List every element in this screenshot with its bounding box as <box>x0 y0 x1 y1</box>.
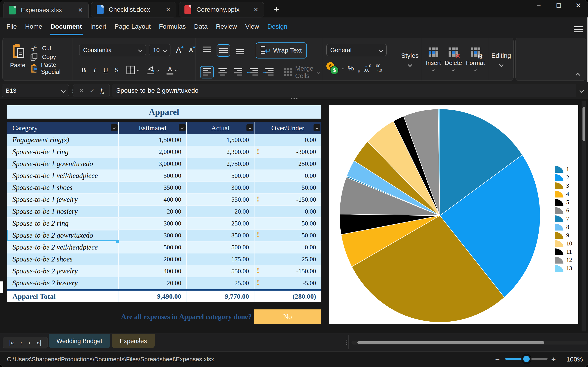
previous-sheet-icon[interactable]: ‹ <box>20 339 22 346</box>
legend-item-3[interactable]: 3 <box>555 181 572 189</box>
cell-category[interactable]: Spouse-to-be 1 ring <box>7 146 118 158</box>
cell-category[interactable]: Spouse-to-be 2 hosiery <box>7 277 118 289</box>
align-bottom-button[interactable] <box>233 44 247 57</box>
collapse-ribbon-icon[interactable] <box>576 73 580 77</box>
cell-estimated[interactable]: 1,500.00 <box>118 134 186 146</box>
cell-estimated[interactable]: 500.00 <box>118 170 186 181</box>
percent-format-button[interactable]: % <box>348 64 354 72</box>
cell-category[interactable]: Spouse-to-be 1 shoes <box>7 182 118 193</box>
fill-color-button[interactable] <box>144 63 162 77</box>
add-sheet-button[interactable]: + <box>137 335 142 345</box>
menu-item-data[interactable]: Data <box>194 23 208 33</box>
cell-over-under[interactable]: 0.00 <box>254 134 321 146</box>
cell-over-under[interactable]: 250.00 <box>254 158 321 169</box>
minimize-icon[interactable]: − <box>533 1 544 9</box>
cell-category[interactable]: Spouse-to-be 2 jewelry <box>7 265 118 277</box>
align-left-button[interactable] <box>200 66 214 78</box>
sheet-tab-wedding-budget[interactable]: Wedding Budget <box>49 334 110 348</box>
increase-indent-button[interactable]: → <box>262 66 276 78</box>
menu-item-formulas[interactable]: Formulas <box>159 23 186 33</box>
close-icon[interactable]: ✕ <box>166 6 171 13</box>
document-tab-ceremony-pptx[interactable]: Ceremony.pptx✕ <box>179 2 264 17</box>
align-middle-button[interactable] <box>216 44 230 57</box>
total-estimated[interactable]: 9,490.00 <box>118 291 186 302</box>
legend-item-5[interactable]: 5 <box>555 198 572 206</box>
cell-estimated[interactable]: 2,000.00 <box>118 146 186 158</box>
sheetbar-splitter-handle[interactable] <box>346 340 347 345</box>
wrap-text-button[interactable]: ↵ Wrap Text <box>256 42 307 58</box>
cell-reference-box[interactable]: B13 <box>2 84 69 97</box>
cell-over-under[interactable]: 25.00 <box>254 253 321 265</box>
decrease-font-size-button[interactable]: A <box>187 47 195 54</box>
copy-button[interactable]: Copy <box>30 52 73 61</box>
horizontal-scrollbar-thumb[interactable] <box>357 341 544 344</box>
cell-category[interactable]: Spouse-to-be 2 veil/headpiece <box>7 242 118 253</box>
zoom-in-button[interactable]: + <box>551 355 556 364</box>
confirm-formula-icon[interactable]: ✓ <box>90 87 95 94</box>
hamburger-menu-icon[interactable] <box>574 25 583 34</box>
cell-category[interactable]: Spouse-to-be 2 shoes <box>7 253 118 265</box>
cell-estimated[interactable]: 350.00 <box>118 182 186 193</box>
close-icon[interactable]: ✕ <box>253 6 258 13</box>
cell-over-under[interactable]: 0.00 <box>254 206 321 217</box>
align-top-button[interactable] <box>200 44 214 57</box>
menu-item-insert[interactable]: Insert <box>90 23 106 33</box>
cell-category[interactable]: Engagement ring(s) <box>7 134 118 146</box>
cell-estimated[interactable]: 500.00 <box>118 242 186 253</box>
format-cells-button[interactable]: ⚙ Format <box>466 48 485 71</box>
legend-item-8[interactable]: 8 <box>555 222 572 231</box>
cell-category[interactable]: Spouse-to-be 2 gown/tuxedo <box>7 230 118 241</box>
styles-group[interactable]: Styles <box>398 38 422 81</box>
insert-function-icon[interactable]: fx <box>100 86 104 95</box>
currency-format-icon[interactable]: €$ <box>326 62 338 74</box>
new-document-button[interactable]: + <box>274 4 279 15</box>
paste-special-button[interactable]: Paste Special <box>30 61 73 75</box>
total-over-under[interactable]: (280.00) <box>254 291 321 302</box>
cell-actual[interactable]: 500.00 <box>186 170 254 181</box>
cell-actual[interactable]: 500.00 <box>186 242 254 253</box>
cell-over-under[interactable]: 50.00 <box>254 218 321 229</box>
underline-button[interactable]: U <box>101 65 110 75</box>
cell-over-under[interactable]: !-150.00 <box>254 194 321 205</box>
merge-cells-button[interactable]: Merge Cells <box>281 63 322 82</box>
cell-estimated[interactable]: 20.00 <box>118 277 186 289</box>
cell-estimated[interactable]: 400.00 <box>118 194 186 205</box>
maximize-icon[interactable]: □ <box>553 1 564 9</box>
next-sheet-icon[interactable]: › <box>28 339 30 346</box>
font-family-select[interactable]: Constantia <box>79 44 146 56</box>
cell-over-under[interactable]: !-5.00 <box>254 277 321 289</box>
expand-formula-bar-icon[interactable] <box>579 88 584 93</box>
zoom-slider-knob[interactable] <box>523 356 530 362</box>
cell-over-under[interactable]: !-50.00 <box>254 230 321 241</box>
sheet-tab-expenses[interactable]: Expenses <box>112 334 155 348</box>
cell-actual[interactable]: 550.00 <box>186 265 254 277</box>
last-sheet-icon[interactable]: »| <box>36 339 41 346</box>
cell-over-under[interactable]: 0.00 <box>254 242 321 253</box>
total-actual[interactable]: 9,770.00 <box>186 291 254 302</box>
menu-item-design[interactable]: Design <box>267 23 287 33</box>
formula-bar-splitter[interactable]: ⋮ <box>70 90 72 92</box>
cell-actual[interactable]: 250.00 <box>186 218 254 229</box>
insert-cells-button[interactable]: ← Insert <box>426 48 441 71</box>
close-icon[interactable]: ✕ <box>573 1 584 9</box>
cell-over-under[interactable]: !-150.00 <box>254 265 321 277</box>
document-tab-expenses-xlsx[interactable]: Expenses.xlsx✕ <box>3 2 89 18</box>
legend-item-10[interactable]: 10 <box>555 239 572 247</box>
cell-actual[interactable]: 1,500.00 <box>186 134 254 146</box>
borders-button[interactable] <box>123 63 142 77</box>
filter-button[interactable] <box>246 124 253 131</box>
menu-item-page-layout[interactable]: Page Layout <box>115 23 151 33</box>
legend-item-1[interactable]: 1 <box>555 165 572 173</box>
cell-estimated[interactable]: 3,000.00 <box>118 158 186 169</box>
cell-category[interactable]: Spouse-to-be 1 jewelry <box>7 194 118 205</box>
bold-button[interactable]: B <box>79 65 88 75</box>
cell-actual[interactable]: 20.00 <box>186 206 254 217</box>
font-color-button[interactable]: A <box>164 63 180 77</box>
answer-cell[interactable]: No <box>254 309 321 324</box>
legend-item-6[interactable]: 6 <box>555 206 572 214</box>
number-format-select[interactable]: General <box>326 44 387 56</box>
legend-item-7[interactable]: 7 <box>555 214 572 222</box>
zoom-out-button[interactable]: − <box>495 355 500 364</box>
paste-button[interactable]: Paste <box>6 43 30 76</box>
filter-button[interactable] <box>313 124 320 131</box>
